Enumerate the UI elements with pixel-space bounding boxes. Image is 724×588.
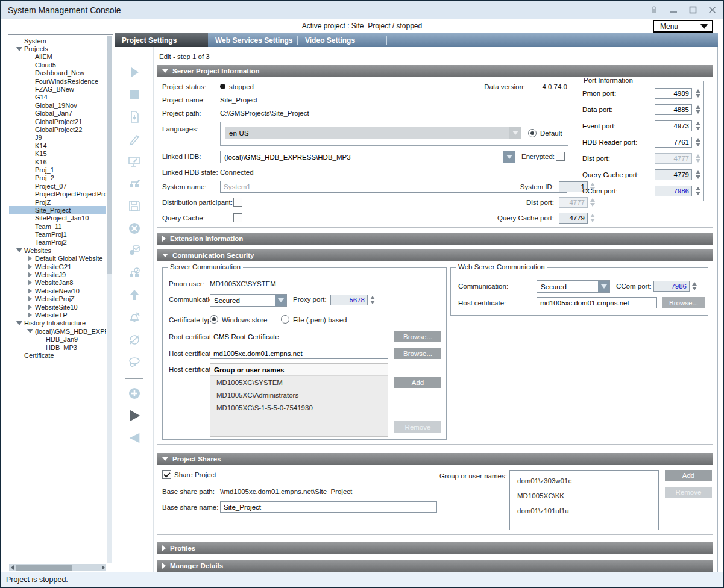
query-cache-checkbox[interactable]: [233, 213, 242, 222]
minimize-button[interactable]: [669, 5, 678, 14]
tree-item[interactable]: Dashboard_New: [9, 69, 106, 77]
section-communication-security[interactable]: Communication Security: [157, 249, 713, 261]
web-communication-dropdown[interactable]: Secured: [537, 280, 610, 293]
tree-item[interactable]: WebsiteTP: [9, 311, 106, 319]
scroll-left-icon[interactable]: [9, 564, 15, 571]
distribution-participant-checkbox[interactable]: [233, 198, 242, 207]
tree-item[interactable]: FourWindsResidence: [9, 77, 106, 85]
port-input[interactable]: 4777: [655, 153, 692, 164]
upgrade-project-icon[interactable]: [127, 243, 142, 258]
tree-expander-icon[interactable]: [25, 296, 35, 302]
ccom-port-input[interactable]: 7986: [653, 281, 690, 292]
tree-item[interactable]: WebsiteProjZ: [9, 295, 106, 303]
user-list-item[interactable]: MD1005XC\S-1-5-5-0-7541930: [210, 401, 388, 414]
section-server-project-information[interactable]: Server Project Information: [157, 65, 713, 77]
tree-item[interactable]: History Infrastructure: [9, 319, 106, 327]
ccom-port-spinner[interactable]: [691, 281, 697, 292]
upload-icon[interactable]: [127, 288, 142, 302]
share-project-checkbox[interactable]: [162, 470, 171, 479]
tree-item[interactable]: Cloud5: [9, 61, 106, 69]
section-project-shares[interactable]: Project Shares: [157, 453, 713, 465]
port-spinner[interactable]: [694, 153, 701, 164]
tree-item[interactable]: WebsiteJan8: [9, 279, 106, 287]
tree-item[interactable]: Global_19Nov: [9, 101, 106, 109]
tree-item[interactable]: AllEM: [9, 53, 106, 61]
stop-project-icon[interactable]: [127, 87, 142, 102]
linked-hdb-dropdown[interactable]: (local)\GMS_HDB_EXPRESS\HDB_MP3: [220, 151, 515, 163]
tree-expander-icon[interactable]: [25, 288, 35, 294]
tree-item[interactable]: K14: [9, 142, 106, 149]
tree-item[interactable]: ProjectProjectProjectProje: [9, 190, 106, 198]
edit-project-icon[interactable]: [127, 154, 142, 169]
tab-project-settings[interactable]: Project Settings: [115, 33, 208, 47]
tree-item[interactable]: TeamProj1: [9, 230, 106, 238]
tree-item[interactable]: Site_Project: [9, 206, 106, 214]
tree-item[interactable]: HDB_MP3: [9, 343, 106, 351]
tree-expander-icon[interactable]: [14, 321, 24, 325]
tree-item[interactable]: Default Global Website: [9, 255, 106, 263]
port-spinner[interactable]: [694, 104, 701, 115]
edit-distribution-icon[interactable]: [127, 177, 142, 191]
add-share-user-button[interactable]: Add: [665, 470, 712, 481]
scroll-right-icon[interactable]: [100, 564, 106, 571]
proxy-port-input[interactable]: 5678: [330, 295, 368, 305]
tree-item[interactable]: Project_07: [9, 182, 106, 190]
tree-item[interactable]: WebsiteSite10: [9, 303, 106, 311]
tree-item[interactable]: GlobalProject21: [9, 117, 106, 125]
tree-item[interactable]: TeamProj2: [9, 239, 106, 246]
delete-icon[interactable]: [127, 221, 142, 236]
proxy-port-spinner[interactable]: [369, 295, 376, 305]
tree-expander-icon[interactable]: [25, 255, 35, 261]
tree-expander-icon[interactable]: [25, 272, 35, 278]
tree-item[interactable]: Proj_2: [9, 174, 106, 182]
tree-item[interactable]: Global_Jan7: [9, 110, 106, 117]
chevron-down-icon[interactable]: [275, 295, 286, 306]
port-spinner[interactable]: [694, 120, 701, 131]
web-host-certificate-input[interactable]: md1005xc.dom01.cmpns.net: [537, 297, 657, 308]
maximize-button[interactable]: [688, 5, 697, 14]
save-icon[interactable]: [127, 199, 142, 213]
chevron-down-icon[interactable]: [509, 127, 521, 139]
port-spinner[interactable]: [694, 88, 701, 99]
start-project-icon[interactable]: [127, 65, 142, 80]
host-certificate-input[interactable]: md1005xc.dom01.cmpns.net: [210, 348, 388, 359]
tree-item[interactable]: HDB_Jan9: [9, 335, 106, 343]
tree-expander-icon[interactable]: [25, 329, 35, 333]
port-spinner[interactable]: [694, 186, 701, 196]
tree-item[interactable]: (local)\GMS_HDB_EXPRES: [9, 327, 106, 335]
edit-icon[interactable]: [127, 132, 142, 146]
windows-store-radio[interactable]: [210, 315, 218, 324]
back-icon[interactable]: [127, 431, 142, 445]
web-host-certificate-browse-button[interactable]: Browse...: [662, 297, 705, 308]
port-input[interactable]: 4779: [655, 169, 692, 180]
tree-vertical-scrollbar[interactable]: [107, 36, 112, 563]
user-list-item[interactable]: MD1005XC\SYSTEM: [210, 376, 388, 389]
encrypted-checkbox[interactable]: [556, 152, 565, 161]
chevron-down-icon[interactable]: [503, 151, 515, 163]
tree-item[interactable]: Certificate: [9, 351, 106, 359]
port-spinner[interactable]: [694, 137, 701, 148]
port-input[interactable]: 4989: [655, 88, 692, 99]
tree-item[interactable]: Projects: [9, 45, 106, 52]
section-extension-information[interactable]: Extension Information: [157, 233, 713, 245]
communication-dropdown[interactable]: Secured: [210, 294, 287, 307]
query-cache-port-input[interactable]: 4779: [559, 213, 588, 224]
root-certificate-input[interactable]: GMS Root Certificate: [210, 331, 388, 342]
chevron-down-icon[interactable]: [598, 281, 609, 292]
tree-expander-icon[interactable]: [25, 304, 35, 310]
tree-item[interactable]: ProjZ: [9, 198, 106, 206]
share-user-item[interactable]: dom01\z303w01c: [510, 473, 658, 488]
tree-horizontal-scrollbar[interactable]: [9, 564, 106, 571]
add-icon[interactable]: [127, 386, 142, 401]
history-disable-icon[interactable]: [127, 333, 142, 347]
section-profiles[interactable]: Profiles: [157, 542, 713, 554]
tree-expander-icon[interactable]: [14, 47, 24, 51]
mute-alarm-icon[interactable]: [127, 310, 142, 325]
tree-item[interactable]: K15: [9, 149, 106, 157]
menu-dropdown[interactable]: Menu: [653, 20, 713, 33]
port-input[interactable]: 7761: [655, 137, 692, 148]
port-spinner[interactable]: [694, 169, 701, 180]
user-list-item[interactable]: MD1005XC\Administrators: [210, 389, 388, 401]
section-manager-details[interactable]: Manager Details: [157, 560, 713, 572]
language-dropdown[interactable]: en-US: [225, 127, 521, 139]
